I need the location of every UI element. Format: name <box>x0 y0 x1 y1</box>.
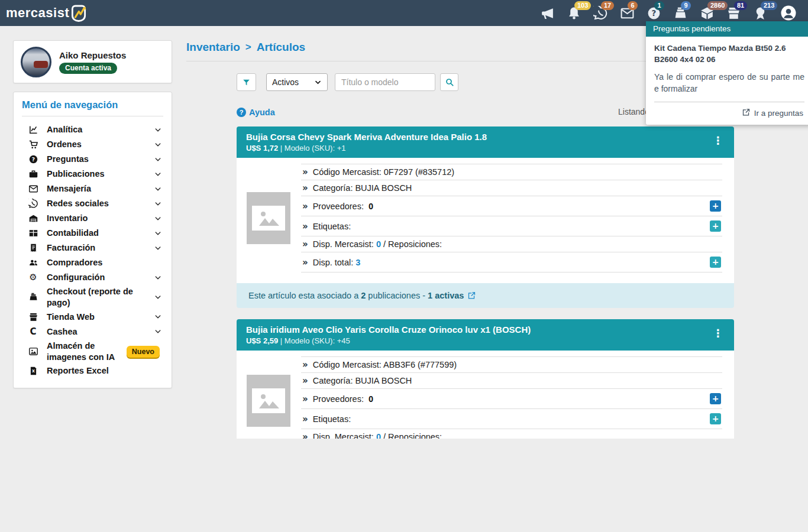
notifications-icon[interactable]: 103 <box>567 6 581 21</box>
article-image-placeholder <box>247 375 290 427</box>
row-text: Proveedores: 0 <box>313 202 373 211</box>
article-card: Bujia iridium Aveo Clio Yaris Corolla Cr… <box>237 319 734 439</box>
article-title: Bujia Corsa Chevy Spark Meriva Adventure… <box>246 131 709 143</box>
sidebar-item-publicaciones[interactable]: Publicaciones <box>22 167 163 181</box>
article-detail-row: »Proveedores: 0+ <box>301 389 722 409</box>
value-text: Proveedores: <box>313 202 369 211</box>
article-detail-row: »Categoría: BUJIA BOSCH <box>301 373 722 389</box>
double-chevron-icon: » <box>302 375 308 386</box>
go-to-questions-link[interactable]: Ir a preguntas <box>654 102 804 125</box>
question-item-text: Ya le di comprar espero de su parte me e… <box>654 71 804 95</box>
whatsapp-icon <box>28 199 38 209</box>
account-avatar[interactable] <box>21 47 51 77</box>
store-icon <box>28 312 38 322</box>
topbar-icon-row: 103176?19286081213 <box>540 4 802 22</box>
gear-icon: ⚙ <box>28 273 38 283</box>
users-icon <box>28 258 38 268</box>
mercasist-logo[interactable]: mercasist <box>6 3 89 23</box>
double-chevron-icon: » <box>302 167 308 177</box>
value-text: Código Mercasist: ABB3F6 (#777599) <box>313 360 457 369</box>
breadcrumb-inventario[interactable]: Inventario <box>186 41 240 54</box>
value-text: Disp. Mercasist: <box>313 239 376 249</box>
sidebar-item-tienda-web[interactable]: Tienda Web <box>22 310 163 325</box>
sidebar-item-ordenes[interactable]: Ordenes <box>22 137 163 152</box>
image-icon <box>28 346 38 357</box>
article-detail-row: »Etiquetas:+ <box>301 409 722 429</box>
row-text: Código Mercasist: 0F7297 (#835712) <box>313 167 454 177</box>
sidebar-item-checkout-reporte-de-pago[interactable]: Checkout (reporte de pago) <box>22 285 163 310</box>
value-link[interactable]: 0 <box>376 432 381 439</box>
article-model: | Modelo (SKU): +1 <box>278 144 345 153</box>
image-placeholder-icon <box>252 388 285 413</box>
sidebar-item-almac-n-de-imagenes-con-ia[interactable]: Almacén de imagenes con IANuevo <box>22 339 163 364</box>
funnel-icon <box>242 78 251 87</box>
sidebar-item-contabilidad[interactable]: Contabilidad <box>22 226 163 241</box>
search-input[interactable] <box>335 73 435 91</box>
new-badge: Nuevo <box>127 346 160 358</box>
sidebar-item-redes-sociales[interactable]: Redes sociales <box>22 196 163 211</box>
add-button[interactable]: + <box>710 413 721 424</box>
external-link-icon[interactable] <box>467 291 476 300</box>
article-subtitle: U$S 1,72 | Modelo (SKU): +1 <box>246 144 709 153</box>
article-subtitle: U$S 2,59 | Modelo (SKU): +45 <box>246 336 709 345</box>
double-chevron-icon: » <box>302 414 308 424</box>
double-chevron-icon: » <box>302 221 308 232</box>
filter-button[interactable] <box>237 73 256 91</box>
kebab-menu-icon[interactable]: ⋮ <box>708 327 728 339</box>
status-select[interactable]: Activos <box>266 73 328 91</box>
chevron-down-icon <box>154 327 162 336</box>
add-button[interactable]: + <box>710 220 721 232</box>
account-icon[interactable] <box>780 4 797 22</box>
stock-icon[interactable]: 2860 <box>700 6 715 21</box>
sidebar-item-compradores[interactable]: Compradores <box>22 255 163 270</box>
pending-questions-icon[interactable]: ?1 <box>647 6 661 21</box>
article-detail-row: »Disp. Mercasist: 0 / Reposiciones: <box>301 236 722 252</box>
double-chevron-icon: » <box>302 359 308 370</box>
filter-bar: Activos <box>237 73 458 91</box>
messages-icon[interactable]: 6 <box>620 6 635 21</box>
sidebar-item-reportes-excel[interactable]: XReportes Excel <box>22 364 163 378</box>
kebab-menu-icon[interactable]: ⋮ <box>708 134 728 147</box>
briefcase-icon <box>28 169 38 180</box>
shop-icon[interactable]: 81 <box>726 6 741 21</box>
sidebar-item-cashea[interactable]: CCashea <box>22 325 163 339</box>
footer-text: 1 activas <box>428 291 464 300</box>
sidebar-item-anal-tica[interactable]: Analítica <box>22 122 163 137</box>
sidebar-item-preguntas[interactable]: ?Preguntas <box>22 152 163 167</box>
excel-icon: X <box>28 366 38 377</box>
value-link[interactable]: 3 <box>355 258 360 267</box>
article-detail-row: »Disp. Mercasist: 0 / Reposiciones: <box>301 429 722 439</box>
article-header: Bujia Corsa Chevy Spark Meriva Adventure… <box>237 126 734 158</box>
go-to-questions-label: Ir a preguntas <box>754 109 803 118</box>
checkout-icon[interactable]: 9 <box>673 6 688 21</box>
article-header: Bujia iridium Aveo Clio Yaris Corolla Cr… <box>237 319 734 351</box>
value-link[interactable]: 0 <box>376 239 381 249</box>
sidebar-item-mensajer-a[interactable]: Mensajería <box>22 181 163 196</box>
add-button[interactable]: + <box>710 257 721 268</box>
breadcrumb-articulos[interactable]: Artículos <box>257 41 305 54</box>
add-button[interactable]: + <box>710 393 721 404</box>
sidebar-item-label: Contabilidad <box>47 226 154 240</box>
svg-text:?: ? <box>31 156 34 163</box>
announcements-icon[interactable] <box>540 6 555 21</box>
chevron-down-icon <box>154 215 162 223</box>
article-detail-row: »Código Mercasist: ABB3F6 (#777599) <box>301 357 722 373</box>
add-button[interactable]: + <box>710 200 721 212</box>
question-item-title[interactable]: Kit Cadena Tiempo Mazda Bt50 2.6 B2600 4… <box>654 43 804 66</box>
sidebar-item-facturaci-n[interactable]: Facturación <box>22 241 163 255</box>
search-button[interactable] <box>440 73 458 91</box>
sidebar-item-label: Publicaciones <box>47 167 154 181</box>
row-text: Categoría: BUJIA BOSCH <box>313 183 412 193</box>
sidebar-item-label: Cashea <box>47 325 154 339</box>
whatsapp-icon[interactable]: 17 <box>593 6 608 21</box>
help-link[interactable]: ? Ayuda <box>237 108 275 117</box>
badge-count: 9 <box>681 1 691 10</box>
warehouse-icon <box>28 213 38 224</box>
grid-icon <box>28 228 38 239</box>
sidebar-item-inventario[interactable]: Inventario <box>22 211 163 226</box>
sidebar-item-configuraci-n[interactable]: ⚙Configuración <box>22 270 163 285</box>
sidebar-item-label: Redes sociales <box>47 197 154 210</box>
reputation-icon[interactable]: 213 <box>753 6 768 21</box>
account-name: Aiko Repuestos <box>59 50 126 60</box>
chevron-down-icon <box>154 185 162 193</box>
